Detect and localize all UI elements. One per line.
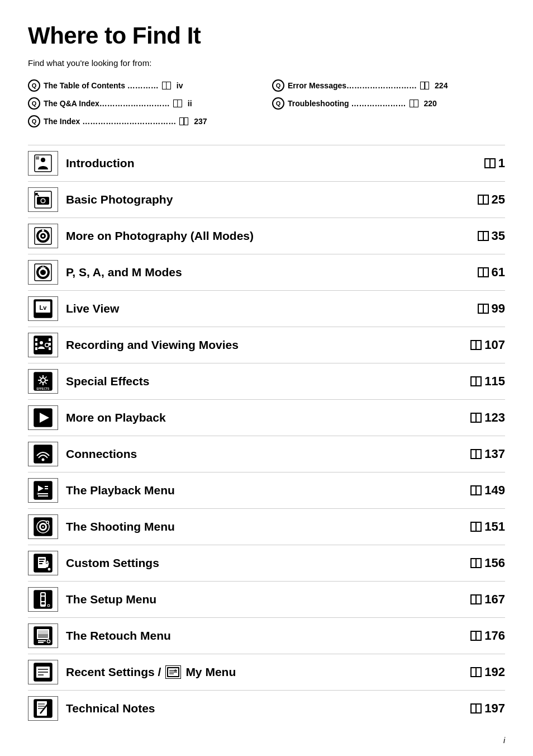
svg-point-75: [48, 605, 50, 607]
chapter-row-setup: The Setup Menu 167: [28, 581, 505, 617]
chapter-page-technical: 197: [466, 701, 505, 716]
book-icon-ch-intro: [484, 158, 496, 168]
svg-rect-25: [35, 347, 37, 350]
book-icon-ch-shooting-menu: [470, 522, 482, 532]
chapter-icon-custom: [28, 551, 58, 575]
svg-rect-66: [39, 563, 42, 564]
chapter-title-setup: The Setup Menu: [66, 593, 466, 606]
nav-item-index: Q The Index ……………………………… 237: [28, 114, 261, 129]
book-icon-ch-liveview: [478, 304, 489, 314]
chapter-title-retouch: The Retouch Menu: [66, 629, 466, 642]
chapter-icon-playback: [28, 405, 58, 430]
subtitle: Find what you're looking for from:: [28, 58, 505, 68]
chapter-icon-connections: [28, 442, 58, 466]
svg-point-34: [41, 379, 45, 382]
book-icon-ch-retouch: [470, 631, 482, 641]
chapter-row-technical: Technical Notes 197: [28, 690, 505, 726]
chapter-row-recent: Recent Settings / My Menu 192: [28, 654, 505, 690]
search-icon-errors: Q: [272, 79, 284, 92]
nav-page-toc: iv: [177, 81, 183, 90]
chapter-row-custom: Custom Settings 156: [28, 545, 505, 581]
chapter-row-movies: Recording and Viewing Movies 107: [28, 327, 505, 363]
chapter-title-technical: Technical Notes: [66, 702, 466, 715]
svg-rect-72: [41, 602, 45, 604]
chapter-title-basic: Basic Photography: [66, 193, 466, 206]
search-icon-qa: Q: [28, 97, 40, 110]
chapter-icon-introduction: [28, 151, 58, 176]
chapter-row-introduction: Introduction 1: [28, 145, 505, 181]
svg-point-17: [40, 270, 46, 275]
book-icon-ch-playback-menu: [470, 485, 482, 495]
chapter-title-playback-menu: The Playback Menu: [66, 484, 466, 497]
svg-point-59: [42, 526, 44, 528]
search-icon-trouble: Q: [272, 97, 284, 110]
book-icon-ch-setup: [470, 594, 482, 604]
chapter-page-introduction: 1: [466, 156, 505, 171]
chapter-icon-recent: [28, 660, 58, 684]
book-icon-ch-technical: [470, 703, 482, 714]
search-icon-index: Q: [28, 115, 40, 127]
book-icon-ch-more-photo: [478, 231, 489, 241]
nav-page-errors: 224: [435, 81, 448, 90]
chapter-title-introduction: Introduction: [66, 157, 466, 170]
chapter-icon-liveview: Lv: [28, 296, 58, 321]
nav-page-trouble: 220: [424, 99, 437, 108]
nav-page-qa: ii: [188, 99, 192, 108]
svg-point-31: [46, 344, 49, 347]
svg-rect-23: [35, 338, 37, 341]
svg-point-81: [47, 640, 50, 642]
chapter-page-liveview: 99: [466, 301, 505, 316]
nav-grid: Q The Table of Contents ………… iv Q Error …: [28, 78, 505, 129]
nav-page-index: 237: [194, 117, 207, 126]
svg-point-61: [47, 522, 49, 523]
svg-rect-28: [49, 347, 51, 350]
nav-item-trouble: Q Troubleshooting ………………… 220: [272, 96, 505, 111]
svg-text:EFFECTS: EFFECTS: [37, 387, 50, 390]
nav-item-errors: Q Error Messages……………………… 224: [272, 78, 505, 93]
chapter-title-shooting-menu: The Shooting Menu: [66, 520, 466, 533]
svg-point-1: [41, 158, 45, 162]
chapter-row-playback: More on Playback 123: [28, 399, 505, 436]
chapter-page-more-photo: 35: [466, 229, 505, 243]
chapter-icon-effects: EFFECTS: [28, 369, 58, 394]
book-icon-ch-playback: [470, 413, 482, 423]
nav-label-errors: Error Messages………………………: [288, 81, 417, 90]
chapter-row-psam: P, S, A, and M Modes 61: [28, 254, 505, 290]
chapter-title-custom: Custom Settings: [66, 556, 466, 570]
chapter-title-psam: P, S, A, and M Modes: [66, 266, 466, 279]
book-icon-ch-recent: [470, 667, 482, 677]
chapter-icon-retouch: [28, 623, 58, 648]
nav-label-trouble: Troubleshooting …………………: [288, 99, 406, 108]
chapter-page-shooting-menu: 151: [466, 519, 505, 534]
book-icon-ch-basic: [478, 195, 489, 205]
chapter-row-effects: EFFECTS Special Effects 115: [28, 363, 505, 399]
chapter-list: Introduction 1 Basic Photography 25: [28, 145, 505, 726]
chapter-page-movies: 107: [466, 338, 505, 352]
book-icon-ch-custom: [470, 558, 482, 568]
nav-label-toc: The Table of Contents …………: [44, 81, 159, 90]
book-icon-ch-connections: [470, 449, 482, 459]
chapter-page-custom: 156: [466, 556, 505, 570]
chapter-title-playback: More on Playback: [66, 411, 466, 424]
svg-point-7: [41, 199, 45, 202]
chapter-row-connections: Connections 137: [28, 436, 505, 472]
nav-label-index: The Index ………………………………: [44, 117, 176, 126]
chapter-page-retouch: 176: [466, 629, 505, 643]
chapter-page-basic: 25: [466, 192, 505, 207]
svg-rect-54: [37, 493, 39, 495]
chapter-icon-technical: [28, 696, 58, 721]
book-icon-toc: [162, 82, 171, 89]
book-icon-trouble: [410, 100, 418, 107]
chapter-title-effects: Special Effects: [66, 375, 466, 388]
chapter-icon-setup: [28, 587, 58, 612]
svg-point-68: [47, 568, 51, 571]
chapter-page-setup: 167: [466, 592, 505, 607]
chapter-row-basic-photography: Basic Photography 25: [28, 181, 505, 218]
svg-point-29: [40, 341, 43, 344]
svg-rect-79: [38, 630, 48, 634]
chapter-title-recent: Recent Settings / My Menu: [66, 665, 466, 679]
chapter-title-liveview: Live View: [66, 302, 466, 315]
svg-rect-48: [34, 481, 52, 499]
chapter-page-playback-menu: 149: [466, 483, 505, 498]
svg-rect-64: [39, 559, 45, 560]
